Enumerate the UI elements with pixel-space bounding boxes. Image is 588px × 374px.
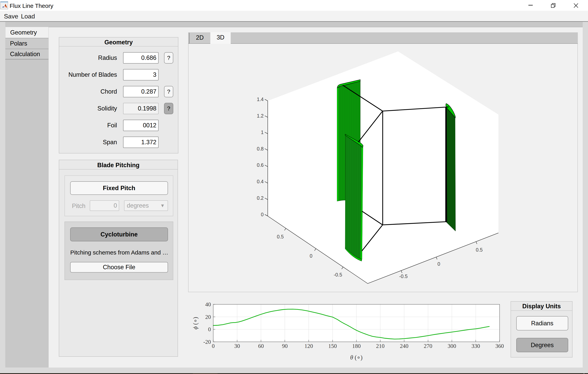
svg-text:θ (∘): θ (∘)	[350, 354, 362, 361]
svg-text:1.4: 1.4	[257, 97, 264, 102]
svg-text:330: 330	[471, 343, 480, 349]
svg-text:20: 20	[205, 314, 211, 320]
svg-text:90: 90	[282, 343, 288, 349]
svg-text:360: 360	[495, 343, 504, 349]
svg-text:-20: -20	[203, 339, 211, 345]
svg-text:0.8: 0.8	[257, 146, 264, 152]
svg-text:-0.5: -0.5	[334, 272, 342, 277]
svg-text:180: 180	[352, 343, 361, 349]
svg-text:1: 1	[261, 130, 264, 135]
svg-text:0: 0	[212, 343, 215, 349]
svg-text:0.5: 0.5	[476, 247, 483, 253]
svg-text:1.2: 1.2	[257, 113, 264, 119]
svg-text:300: 300	[448, 343, 456, 349]
svg-text:0: 0	[438, 261, 440, 267]
svg-text:-0.5: -0.5	[399, 274, 408, 279]
svg-text:270: 270	[424, 343, 432, 349]
svg-text:240: 240	[400, 343, 409, 349]
svg-text:210: 210	[376, 343, 385, 349]
svg-text:0.5: 0.5	[277, 234, 284, 239]
svg-text:0: 0	[261, 212, 264, 217]
svg-text:120: 120	[304, 343, 313, 349]
svg-text:60: 60	[258, 343, 264, 349]
svg-text:0.6: 0.6	[257, 162, 264, 168]
svg-text:0.2: 0.2	[257, 195, 264, 201]
svg-text:150: 150	[328, 343, 337, 349]
svg-text:ϕ (∘): ϕ (∘)	[192, 317, 199, 330]
svg-text:40: 40	[205, 301, 211, 308]
svg-text:0.4: 0.4	[257, 179, 264, 184]
svg-text:0: 0	[208, 326, 211, 332]
svg-text:30: 30	[234, 343, 240, 349]
svg-text:0: 0	[310, 253, 312, 259]
